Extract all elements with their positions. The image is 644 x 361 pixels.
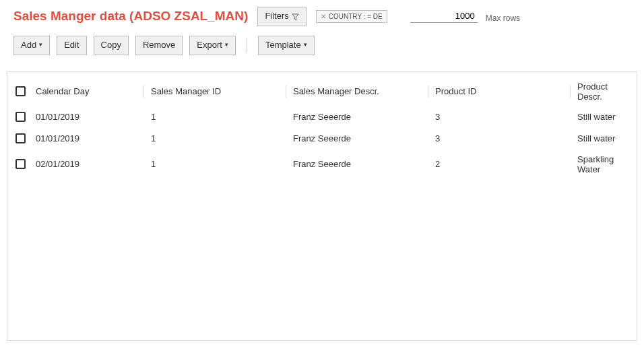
select-all-checkbox[interactable]: [15, 86, 26, 96]
page-title: Sales Manger data (ADSO ZSAL_MAN): [13, 9, 248, 24]
filters-button[interactable]: Filters: [257, 7, 306, 26]
table-row[interactable]: 01/01/20191Franz Seeerde3Still water: [7, 129, 637, 150]
cell-product-id: 3: [435, 133, 570, 143]
max-rows-label: Max rows: [486, 13, 520, 23]
column-header-sales-manager-id[interactable]: Sales Manager ID: [151, 86, 286, 96]
cell-sales-manager-descr: Franz Seeerde: [293, 159, 428, 169]
cell-product-descr: Still water: [577, 112, 629, 122]
filter-chip-country[interactable]: ✕ COUNTRY : = DE: [316, 10, 387, 23]
filter-chip-label: COUNTRY : = DE: [329, 13, 383, 20]
cell-sales-manager-id: 1: [151, 112, 286, 122]
filter-icon: [292, 13, 299, 20]
column-header-sales-manager-descr[interactable]: Sales Manager Descr.: [293, 86, 428, 96]
caret-down-icon: ▾: [304, 41, 307, 49]
column-separator: [286, 86, 286, 98]
grid-header-row: Calendar Day Sales Manager ID Sales Mana…: [7, 72, 637, 107]
add-button-label: Add: [21, 40, 36, 51]
edit-button[interactable]: Edit: [57, 36, 86, 55]
toolbar-separator: [247, 38, 247, 53]
column-separator: [428, 86, 428, 98]
cell-product-descr: Still water: [577, 133, 629, 143]
cell-calendar-day: 02/01/2019: [36, 159, 143, 169]
column-separator: [143, 86, 144, 98]
edit-button-label: Edit: [64, 40, 79, 51]
filters-button-label: Filters: [265, 11, 288, 22]
row-checkbox[interactable]: [15, 133, 26, 143]
caret-down-icon: ▾: [225, 41, 228, 49]
copy-button[interactable]: Copy: [94, 36, 129, 55]
table-row[interactable]: 01/01/20191Franz Seeerde3Still water: [7, 107, 637, 129]
copy-button-label: Copy: [101, 40, 121, 51]
row-checkbox[interactable]: [15, 159, 26, 169]
table-row[interactable]: 02/01/20191Franz Seeerde2Sparkling Water: [7, 150, 637, 180]
export-button[interactable]: Export ▾: [189, 36, 236, 55]
remove-button-label: Remove: [143, 40, 175, 51]
column-header-calendar-day[interactable]: Calendar Day: [36, 86, 143, 96]
cell-product-id: 2: [435, 159, 570, 169]
column-header-product-descr[interactable]: Product Descr.: [577, 81, 629, 102]
cell-calendar-day: 01/01/2019: [36, 133, 143, 143]
add-button[interactable]: Add ▾: [13, 36, 50, 55]
column-separator: [570, 86, 571, 98]
cell-product-descr: Sparkling Water: [577, 154, 629, 174]
remove-button[interactable]: Remove: [135, 36, 183, 55]
cell-calendar-day: 01/01/2019: [36, 112, 143, 122]
data-grid: Calendar Day Sales Manager ID Sales Mana…: [7, 71, 637, 341]
cell-sales-manager-id: 1: [151, 133, 286, 143]
row-checkbox[interactable]: [15, 112, 26, 122]
cell-sales-manager-descr: Franz Seeerde: [293, 112, 428, 122]
template-button-label: Template: [265, 40, 301, 51]
export-button-label: Export: [197, 40, 222, 51]
close-icon: ✕: [321, 13, 326, 20]
max-rows-input[interactable]: [410, 9, 478, 23]
template-button[interactable]: Template ▾: [258, 36, 315, 55]
caret-down-icon: ▾: [39, 41, 42, 49]
cell-sales-manager-descr: Franz Seeerde: [293, 133, 428, 143]
column-header-product-id[interactable]: Product ID: [435, 86, 570, 96]
cell-product-id: 3: [435, 112, 570, 122]
cell-sales-manager-id: 1: [151, 159, 286, 169]
